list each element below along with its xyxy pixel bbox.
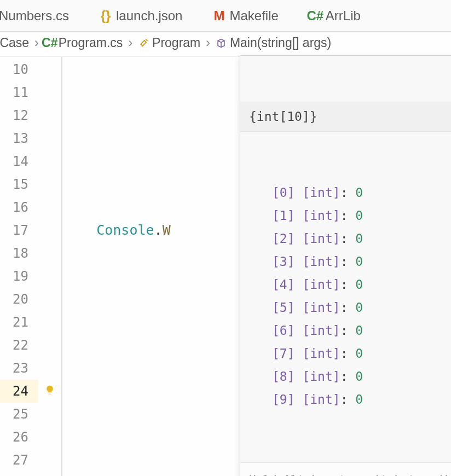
breadcrumb: owCase › C# Program.cs › Program › Main(… <box>0 32 451 57</box>
line-number: 26 <box>0 426 38 449</box>
tab-launch-json[interactable]: {} launch.json <box>84 0 198 31</box>
hover-array-item[interactable]: [4] [int]: 0 <box>240 273 451 296</box>
line-number: 12 <box>0 104 38 127</box>
tab-numbers-cs[interactable]: Numbers.cs <box>0 0 84 31</box>
line-number-gutter: 10111213141516171819202122232425262728 <box>0 57 38 476</box>
breadcrumb-item[interactable]: Program <box>138 36 200 50</box>
indent-guide <box>61 57 62 476</box>
tab-makefile[interactable]: M Makefile <box>198 0 293 31</box>
hover-array-item[interactable]: [2] [int]: 0 <box>240 227 451 250</box>
glyph-margin <box>38 57 61 476</box>
line-number: 28 <box>0 472 38 476</box>
lightbulb-icon[interactable] <box>38 379 61 402</box>
csharp-icon: C# <box>44 36 55 50</box>
hover-array-item[interactable]: [0] [int]: 0 <box>240 181 451 204</box>
hover-hint: Hold Alt key to switch to editor <box>240 462 451 476</box>
line-number: 23 <box>0 357 38 380</box>
hover-array-item[interactable]: [6] [int]: 0 <box>240 319 451 342</box>
hover-array-item[interactable]: [3] [int]: 0 <box>240 250 451 273</box>
line-number: 18 <box>0 242 38 265</box>
tab-label: Makefile <box>229 8 278 24</box>
chevron-right-icon: › <box>128 36 132 50</box>
chevron-right-icon: › <box>206 36 210 50</box>
line-number: 13 <box>0 127 38 150</box>
line-number: 17 <box>0 219 38 242</box>
line-number: 20 <box>0 288 38 311</box>
breadcrumb-label: Main(string[] args) <box>230 36 331 50</box>
breadcrumb-item[interactable]: owCase <box>0 36 29 50</box>
line-number: 21 <box>0 311 38 334</box>
tab-arrlib[interactable]: C# ArrLib <box>294 0 376 31</box>
line-number: 24 <box>0 380 38 403</box>
wrench-icon <box>138 38 149 49</box>
breadcrumb-item[interactable]: C# Program.cs <box>44 36 123 50</box>
tab-label: launch.json <box>116 8 182 24</box>
line-number: 11 <box>0 81 38 104</box>
hover-header: {int[10]} <box>240 102 451 132</box>
line-number: 15 <box>0 173 38 196</box>
hover-array-item[interactable]: [9] [int]: 0 <box>240 388 451 411</box>
chevron-right-icon: › <box>34 36 39 50</box>
breadcrumb-label: Program.cs <box>59 36 123 50</box>
line-number: 27 <box>0 449 38 472</box>
json-icon: {} <box>100 8 112 24</box>
hover-body[interactable]: [0] [int]: 0[1] [int]: 0[2] [int]: 0[3] … <box>240 178 451 416</box>
line-number: 22 <box>0 334 38 357</box>
tab-label: ArrLib <box>326 8 361 24</box>
line-number: 14 <box>0 150 38 173</box>
code-editor[interactable]: 10111213141516171819202122232425262728 C… <box>0 57 451 476</box>
line-number: 16 <box>0 196 38 219</box>
hover-array-item[interactable]: [7] [int]: 0 <box>240 342 451 365</box>
breadcrumb-label: owCase <box>0 36 29 50</box>
debug-hover-tooltip[interactable]: {int[10]} [0] [int]: 0[1] [int]: 0[2] [i… <box>240 55 451 476</box>
breadcrumb-label: Program <box>152 36 200 50</box>
code-content[interactable]: Console.W int[] num for (int { nums1 } C… <box>61 57 451 476</box>
breadcrumb-item[interactable]: Main(string[] args) <box>216 36 331 50</box>
tab-bar: Numbers.cs {} launch.json M Makefile C# … <box>0 0 451 32</box>
line-number: 25 <box>0 403 38 426</box>
csharp-icon: C# <box>309 8 321 24</box>
method-icon <box>216 38 227 48</box>
tab-label: Numbers.cs <box>0 8 69 24</box>
hover-array-item[interactable]: [5] [int]: 0 <box>240 296 451 319</box>
line-number: 19 <box>0 265 38 288</box>
line-number: 10 <box>0 58 38 81</box>
makefile-icon: M <box>213 8 225 24</box>
hover-array-item[interactable]: [8] [int]: 0 <box>240 365 451 388</box>
hover-array-item[interactable]: [1] [int]: 0 <box>240 204 451 227</box>
